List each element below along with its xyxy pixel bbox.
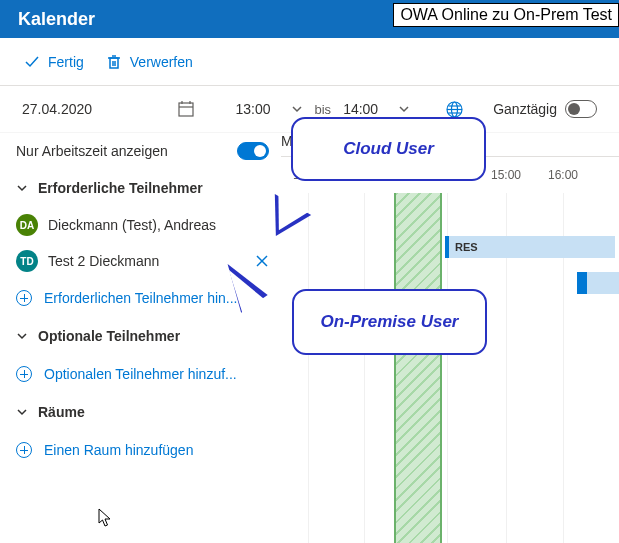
done-button[interactable]: Fertig (24, 54, 84, 70)
svg-rect-0 (110, 58, 118, 68)
add-room-label: Einen Raum hinzufügen (44, 442, 193, 458)
remove-attendee-icon[interactable] (255, 254, 269, 268)
section-required-label: Erforderliche Teilnehmer (38, 180, 203, 196)
mouse-cursor-icon (98, 508, 114, 528)
trash-icon (106, 54, 122, 70)
avatar: TD (16, 250, 38, 272)
svg-rect-5 (179, 103, 193, 116)
allday-toggle[interactable] (565, 100, 597, 118)
hour-label: 15:00 (491, 168, 521, 182)
add-room[interactable]: Einen Raum hinzufügen (0, 431, 281, 469)
chevron-down-icon (16, 406, 28, 418)
timezone-icon[interactable] (446, 101, 463, 118)
calendar-icon[interactable] (177, 100, 195, 118)
chevron-down-icon[interactable] (291, 103, 303, 115)
discard-label: Verwerfen (130, 54, 193, 70)
freebusy-row: RES (281, 229, 619, 265)
callout-text: Cloud User (343, 139, 434, 159)
app-title: Kalender (18, 9, 95, 30)
check-icon (24, 54, 40, 70)
busy-block[interactable]: RES (445, 236, 615, 258)
to-label: bis (315, 102, 332, 117)
section-optional[interactable]: Optionale Teilnehmer (0, 317, 281, 355)
allday-label: Ganztägig (493, 101, 557, 117)
busy-label: RES (455, 241, 478, 253)
add-optional-attendee[interactable]: Optionalen Teilnehmer hinzuf... (0, 355, 281, 393)
callout-text: On-Premise User (321, 312, 459, 332)
worktime-toggle[interactable] (237, 142, 269, 160)
end-time[interactable]: 14:00 (343, 101, 378, 117)
section-required[interactable]: Erforderliche Teilnehmer (0, 169, 281, 207)
plus-icon (16, 290, 32, 306)
section-rooms-label: Räume (38, 404, 85, 420)
plus-icon (16, 442, 32, 458)
plus-icon (16, 366, 32, 382)
busy-block[interactable] (583, 272, 619, 294)
section-optional-label: Optionale Teilnehmer (38, 328, 180, 344)
callout-cloud-user: Cloud User (291, 117, 486, 181)
hour-label: 16:00 (548, 168, 578, 182)
event-subject[interactable]: OWA Online zu On-Prem Test (393, 3, 619, 27)
date-field[interactable]: 27.04.2020 (22, 101, 92, 117)
start-time[interactable]: 13:00 (235, 101, 270, 117)
attendee-name: Test 2 Dieckmann (48, 253, 245, 269)
discard-button[interactable]: Verwerfen (106, 54, 193, 70)
avatar: DA (16, 214, 38, 236)
chevron-down-icon[interactable] (398, 103, 410, 115)
attendee-row[interactable]: DA Dieckmann (Test), Andreas (0, 207, 281, 243)
add-required-label: Erforderlichen Teilnehmer hin... (44, 290, 238, 306)
worktime-label: Nur Arbeitszeit anzeigen (16, 143, 168, 159)
done-label: Fertig (48, 54, 84, 70)
add-optional-label: Optionalen Teilnehmer hinzuf... (44, 366, 237, 382)
attendee-name: Dieckmann (Test), Andreas (48, 217, 269, 233)
section-rooms[interactable]: Räume (0, 393, 281, 431)
attendee-panel: Nur Arbeitszeit anzeigen Erforderliche T… (0, 133, 281, 543)
callout-onprem-user: On-Premise User (292, 289, 487, 355)
chevron-down-icon (16, 182, 28, 194)
chevron-down-icon (16, 330, 28, 342)
